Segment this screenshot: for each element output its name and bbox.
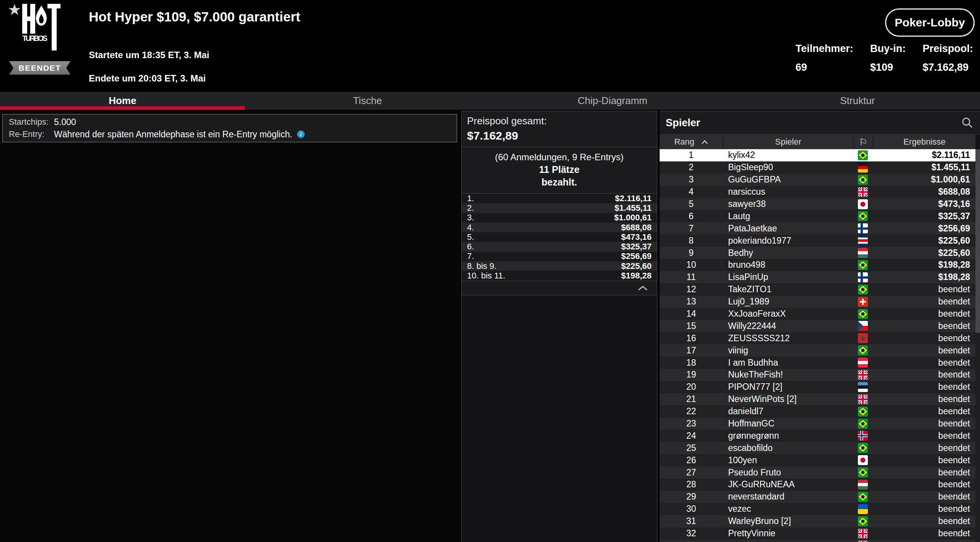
player-result: $1.000,61 — [873, 174, 975, 185]
collapse-chevron-up-icon[interactable] — [638, 285, 648, 291]
player-name: ZEUSSSSS212 — [723, 333, 853, 343]
flag-cz-icon — [853, 321, 873, 331]
prize-row: 1.$2.116,11 — [462, 194, 657, 203]
player-row[interactable]: 20PIPON777 [2]beendet — [660, 381, 975, 393]
player-row[interactable]: 17viinigbeendet — [660, 344, 975, 356]
prize-panel: Preispool gesamt: $7.162,89 (60 Anmeldun… — [461, 111, 657, 542]
player-row[interactable]: 8pokeriando1977$225,60 — [660, 234, 975, 247]
column-header-flag[interactable]: ⚐ — [853, 137, 873, 148]
player-row[interactable]: 14XxJoaoFeraxXbeendet — [660, 308, 975, 320]
player-rank: 21 — [660, 394, 723, 404]
flag-no-icon — [853, 431, 873, 441]
player-result: beendet — [873, 504, 975, 514]
player-result: $198,28 — [873, 260, 975, 270]
player-row[interactable]: 23HoffmanGCbeendet — [660, 418, 975, 430]
reentry-label: Re-Entry: — [9, 129, 54, 140]
prize-amount: $1.000,61 — [614, 213, 652, 223]
player-name: pokeriando1977 — [723, 236, 853, 246]
tab-home[interactable]: Home — [0, 92, 245, 110]
player-name: PrettyVinnie — [723, 528, 853, 539]
player-name: narsiccus — [723, 187, 853, 197]
column-header-rank[interactable]: Rang — [660, 137, 723, 147]
player-name: NeverWinPots [2] — [723, 394, 853, 404]
player-result: beendet — [873, 467, 975, 478]
rank-header-label: Rang — [674, 137, 694, 147]
player-row[interactable]: 24grønnegrønnbeendet — [660, 430, 975, 442]
prize-row: 8. bis 9.$225,60 — [462, 261, 657, 271]
player-rank: 3 — [660, 174, 723, 185]
prize-amount: $1.455,11 — [614, 203, 652, 213]
poker-lobby-button[interactable]: Poker-Lobby — [885, 8, 975, 37]
player-row[interactable]: 21NeverWinPots [2]beendet — [660, 393, 975, 405]
flag-hu-icon — [853, 248, 873, 258]
tournament-info-box: Startchips: 5.000 Re-Entry: Während der … — [2, 114, 457, 142]
prize-row: 10. bis 11.$198,28 — [462, 271, 657, 280]
flag-header-icon: ⚐ — [859, 137, 867, 148]
tab-tische[interactable]: Tische — [245, 92, 490, 110]
prize-footer — [462, 281, 657, 295]
flag-br-icon — [853, 175, 873, 185]
prize-place: 1. — [467, 194, 474, 203]
player-row[interactable] — [660, 540, 975, 542]
player-row[interactable]: 10bruno498$198,28 — [660, 259, 975, 271]
prize-list: 1.$2.116,112.$1.455,113.$1.000,614.$688,… — [462, 194, 657, 281]
players-panel: Spieler Rang Spieler ⚐ Ergebnisse 1kylix… — [660, 111, 980, 542]
player-row[interactable]: 7PataJaetkae$256,69 — [660, 222, 975, 234]
prize-amount: $225,60 — [621, 261, 652, 271]
player-row[interactable]: 31WarleyBruno [2]beendet — [660, 515, 975, 527]
player-row[interactable]: 15Willy222444beendet — [660, 320, 975, 332]
player-row[interactable]: 29neverstandardbeendet — [660, 491, 975, 503]
prize-row: 5.$473,16 — [462, 232, 657, 242]
favorite-star-icon[interactable]: ★ — [8, 1, 21, 18]
flag-jp-icon — [853, 455, 873, 465]
prize-row: 4.$688,08 — [462, 223, 657, 232]
player-row[interactable]: 26100yenbeendet — [660, 454, 975, 466]
prize-amount: $256,69 — [621, 251, 652, 261]
scrollbar-thumb[interactable] — [975, 149, 980, 333]
player-row[interactable]: 27Pseudo Frutobeendet — [660, 466, 975, 479]
player-row[interactable]: 18I am Budhhabeendet — [660, 356, 975, 369]
player-rank: 31 — [660, 516, 723, 526]
player-row[interactable]: 12TakeZITO1beendet — [660, 283, 975, 296]
player-row[interactable]: 32PrettyVinniebeendet — [660, 527, 975, 540]
column-header-player[interactable]: Spieler — [723, 137, 853, 147]
flag-fi-icon — [853, 272, 873, 282]
player-name: 100yen — [723, 455, 853, 466]
players-title: Spieler — [666, 117, 700, 129]
player-row[interactable]: 5sawyer38$473,16 — [660, 198, 975, 210]
player-rank: 25 — [660, 443, 723, 453]
player-row[interactable]: 25escabofildobeendet — [660, 442, 975, 454]
flag-br-icon — [853, 492, 873, 502]
player-row[interactable]: 22danieldl7beendet — [660, 405, 975, 418]
player-row[interactable]: 3GuGuGFBPA$1.000,61 — [660, 174, 975, 186]
player-row[interactable]: 13Luj0_1989beendet — [660, 296, 975, 308]
prize-amount: $2.116,11 — [615, 194, 652, 203]
player-row[interactable]: 2BigSleep90$1.455,11 — [660, 161, 975, 174]
player-row[interactable]: 1kylix42$2.116,11 — [660, 149, 975, 161]
tab-chip-diagramm[interactable]: Chip-Diagramm — [490, 92, 735, 110]
player-row[interactable]: 28JK-GuRRuNEAAbeendet — [660, 479, 975, 491]
player-row[interactable]: 6Lautg$325,37 — [660, 210, 975, 222]
player-rank: 8 — [660, 236, 723, 246]
player-rank: 15 — [660, 321, 723, 331]
player-row[interactable]: 11LisaPinUp$198,28 — [660, 271, 975, 283]
player-row[interactable]: 16ZEUSSSSS212beendet — [660, 332, 975, 344]
prize-place: 2. — [467, 203, 474, 213]
startchips-label: Startchips: — [9, 117, 54, 127]
player-rank: 9 — [660, 248, 723, 258]
player-row[interactable]: 4narsiccus$688,08 — [660, 186, 975, 198]
player-row[interactable]: 30vezecbeendet — [660, 503, 975, 515]
column-header-results[interactable]: Ergebnisse — [873, 137, 975, 147]
player-row[interactable]: 9Bedhy$225,60 — [660, 247, 975, 259]
prize-place: 3. — [467, 213, 474, 223]
search-icon[interactable] — [962, 117, 973, 129]
player-row[interactable]: 19NukeTheFish!beendet — [660, 369, 975, 381]
player-result: $225,60 — [873, 248, 975, 258]
player-result: beendet — [873, 369, 975, 380]
info-icon[interactable]: i — [297, 130, 305, 138]
tab-struktur[interactable]: Struktur — [735, 92, 980, 110]
prize-info: (60 Anmeldungen, 9 Re-Entrys) 11 Plätze … — [462, 147, 657, 194]
flag-br-icon — [853, 516, 873, 526]
players-scrollbar[interactable] — [975, 149, 980, 542]
prize-total-value: $7.162,89 — [467, 129, 652, 142]
